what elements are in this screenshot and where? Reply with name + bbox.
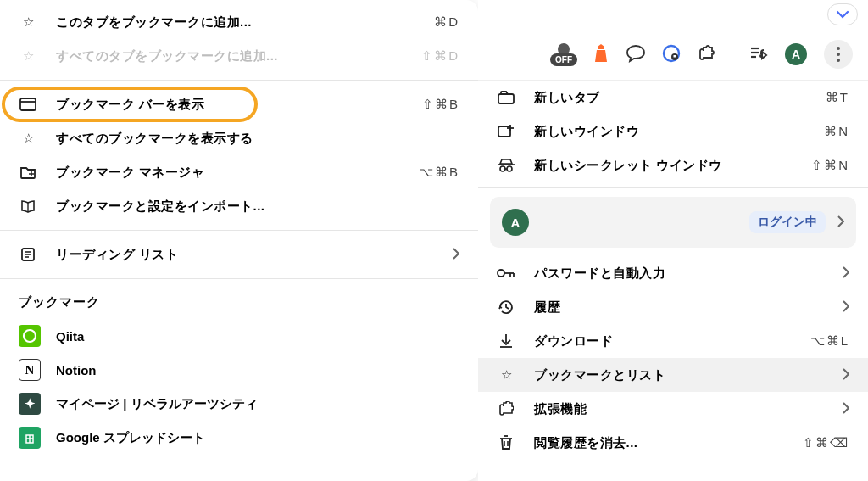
tab-chevron-down[interactable] — [827, 3, 858, 25]
star-outline-icon: ☆ — [19, 14, 37, 30]
chevron-right-icon — [843, 300, 849, 315]
bookmark-label: Notion — [56, 363, 96, 378]
more-menu-button[interactable] — [824, 40, 853, 69]
chevron-right-icon — [453, 248, 459, 262]
menu-new-window[interactable]: 新しいウインドウ ⌘N — [478, 115, 868, 148]
media-control-icon[interactable] — [749, 46, 768, 64]
menu-add-bookmark[interactable]: ☆ このタブをブックマークに追加... ⌘D — [0, 5, 478, 39]
chevron-right-icon — [843, 402, 849, 417]
key-icon — [497, 267, 515, 279]
menu-reading-list[interactable]: リーディング リスト — [0, 238, 478, 271]
avatar: A — [502, 209, 529, 236]
menu-show-all-bookmarks[interactable]: ☆ すべてのブックマークを表示する — [0, 121, 478, 155]
panel-icon — [19, 98, 37, 111]
menu-label: ブックマーク マネージャ — [56, 165, 400, 181]
star-outline-icon: ☆ — [497, 367, 515, 383]
menu-label: 新しいタブ — [534, 90, 807, 106]
chevron-right-icon — [837, 215, 844, 230]
favicon-google-sheets — [19, 427, 41, 449]
separator — [0, 230, 478, 231]
menu-extensions[interactable]: 拡張機能 — [478, 392, 868, 426]
chrome-main-menu: 新しいタブ ⌘T 新しいウインドウ ⌘N 新しいシークレット ウインドウ ⇧⌘N… — [478, 80, 868, 460]
menu-bookmark-manager[interactable]: ブックマーク マネージャ ⌥⌘B — [0, 155, 478, 189]
download-icon — [497, 333, 515, 349]
svg-point-30 — [500, 166, 505, 171]
menu-label: パスワードと自動入力 — [534, 266, 824, 282]
menu-import-bookmarks[interactable]: ブックマークと設定をインポート... — [0, 189, 478, 223]
menu-label: すべてのタブをブックマークに追加... — [56, 48, 403, 64]
bookmark-label: Qiita — [56, 329, 84, 344]
menu-clear-browsing-data[interactable]: 閲覧履歴を消去... ⇧⌘⌫ — [478, 426, 868, 460]
extension-off-icon[interactable]: OFF — [552, 44, 576, 64]
separator — [0, 80, 478, 81]
window-new-icon — [497, 124, 515, 139]
menu-label: ダウンロード — [534, 333, 792, 350]
svg-point-22 — [837, 47, 840, 50]
favicon-liberal-arts: ✦ — [19, 393, 41, 415]
bookmark-item[interactable]: Google スプレッドシート — [0, 421, 478, 455]
incognito-icon — [497, 159, 515, 172]
svg-rect-25 — [498, 94, 514, 103]
svg-point-33 — [498, 270, 504, 277]
shortcut: ⇧⌘D — [421, 48, 459, 64]
bookmark-item[interactable]: ✦ マイページ | リベラルアーツシティ — [0, 387, 478, 421]
favicon-qiita — [19, 325, 41, 347]
menu-bookmarks-and-lists[interactable]: ☆ ブックマークとリスト — [478, 358, 868, 392]
extension-lighthouse-icon[interactable] — [593, 43, 609, 66]
bookmarks-submenu-panel: ☆ このタブをブックマークに追加... ⌘D ☆ すべてのタブをブックマークに追… — [0, 0, 478, 481]
notes-icon — [19, 247, 37, 262]
menu-label: ブックマークと設定をインポート... — [56, 199, 459, 215]
browser-chrome: OFF A — [478, 0, 868, 481]
menu-new-incognito[interactable]: 新しいシークレット ウインドウ ⇧⌘N — [478, 148, 868, 182]
menu-history[interactable]: 履歴 — [478, 290, 868, 324]
shortcut: ⌥⌘B — [419, 165, 459, 180]
svg-point-24 — [837, 59, 840, 62]
star-outline-icon: ☆ — [19, 131, 37, 146]
menu-label: このタブをブックマークに追加... — [56, 14, 415, 31]
profile-name — [541, 218, 737, 227]
menu-add-all-bookmarks: ☆ すべてのタブをブックマークに追加... ⇧⌘D — [0, 39, 478, 73]
extensions-icon[interactable] — [698, 45, 715, 64]
menu-passwords[interactable]: パスワードと自動入力 — [478, 256, 868, 290]
menu-label: 閲覧履歴を消去... — [534, 435, 784, 451]
menu-label: すべてのブックマークを表示する — [56, 131, 459, 147]
menu-label: 新しいウインドウ — [534, 124, 805, 140]
menu-label: 履歴 — [534, 299, 824, 316]
chevron-right-icon — [843, 266, 849, 281]
bookmark-item[interactable]: N Notion — [0, 353, 478, 387]
svg-point-23 — [837, 53, 840, 56]
toolbar-separator — [732, 44, 732, 64]
chevron-right-icon — [843, 368, 849, 383]
menu-label: 拡張機能 — [534, 401, 824, 417]
shortcut: ⇧⌘B — [422, 97, 459, 112]
star-outline-icon: ☆ — [19, 48, 37, 64]
profile-row[interactable]: A ログイン中 — [490, 197, 856, 248]
menu-show-bookmark-bar[interactable]: ブックマーク バーを表示 ⇧⌘B — [0, 87, 478, 121]
avatar[interactable]: A — [785, 43, 807, 65]
bookmark-item[interactable]: Qiita — [0, 319, 478, 353]
svg-rect-0 — [20, 98, 36, 110]
menu-downloads[interactable]: ダウンロード ⌥⌘L — [478, 324, 868, 358]
puzzle-icon — [497, 401, 515, 417]
separator — [478, 187, 868, 188]
book-icon — [19, 199, 37, 213]
shortcut: ⌥⌘L — [810, 333, 849, 349]
shortcut: ⌘T — [826, 90, 849, 105]
extension-privacy-icon[interactable] — [662, 44, 681, 65]
svg-point-31 — [507, 166, 512, 171]
menu-label: ブックマークとリスト — [534, 367, 824, 383]
extension-chat-icon[interactable] — [626, 44, 645, 65]
menu-label: 新しいシークレット ウインドウ — [534, 158, 793, 174]
menu-label: ブックマーク バーを表示 — [56, 97, 403, 113]
svg-rect-17 — [674, 55, 676, 58]
history-icon — [497, 299, 515, 316]
tab-icon — [497, 91, 515, 104]
shortcut: ⇧⌘⌫ — [803, 435, 849, 450]
bookmarks-heading: ブックマーク — [0, 281, 478, 319]
folder-plus-icon — [19, 165, 37, 179]
svg-point-9 — [24, 330, 36, 342]
login-status-badge: ログイン中 — [749, 211, 826, 233]
menu-new-tab[interactable]: 新しいタブ ⌘T — [478, 81, 868, 115]
bookmark-label: Google スプレッドシート — [56, 430, 205, 446]
separator — [0, 278, 478, 279]
